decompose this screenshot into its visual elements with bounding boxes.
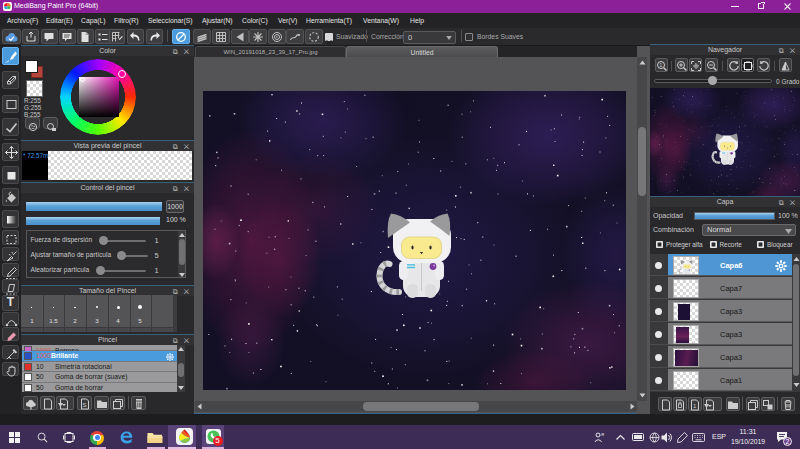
svg-text:ᴿ: ᴿ (602, 433, 605, 439)
svg-text:1: 1 (659, 62, 662, 68)
svg-text:S: S (83, 402, 87, 408)
svg-text:1: 1 (693, 403, 697, 409)
